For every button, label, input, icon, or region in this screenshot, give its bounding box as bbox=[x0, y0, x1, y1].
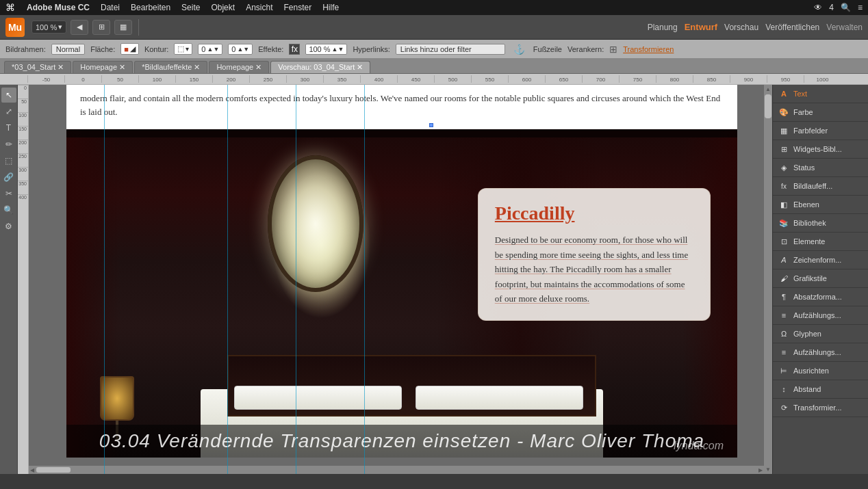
panel-label-absatz: Absatzforma... bbox=[793, 293, 842, 301]
tool-shape[interactable]: ⬚ bbox=[1, 153, 16, 168]
panel-item-zeichenform[interactable]: A Zeichenform... bbox=[773, 251, 868, 269]
selection-handle bbox=[429, 123, 433, 127]
scroll-thumb-h[interactable] bbox=[36, 467, 71, 473]
tool-settings[interactable]: ⚙ bbox=[1, 219, 16, 234]
tool-select[interactable]: ↖ bbox=[1, 88, 16, 103]
bildrahmen-select[interactable]: Normal bbox=[51, 44, 85, 55]
status-panel-icon: ◈ bbox=[778, 162, 789, 173]
panel-item-ausrichten[interactable]: ⊨ Ausrichten bbox=[773, 362, 868, 380]
panel-item-glyphen[interactable]: Ω Glyphen bbox=[773, 325, 868, 343]
bedroom-scene: Piccadilly Designed to be our economy ro… bbox=[66, 129, 737, 458]
tool-text[interactable]: T bbox=[1, 120, 16, 135]
tab-close-0[interactable]: ✕ bbox=[58, 63, 64, 71]
menubar: ⌘ Adobe Muse CC Datei Bearbeiten Seite O… bbox=[0, 0, 868, 15]
scroll-left-btn[interactable]: ◀ bbox=[30, 467, 34, 473]
grafikstile-panel-icon: 🖌 bbox=[778, 273, 789, 284]
hyperlinks-select[interactable]: Links hinzu oder filter bbox=[396, 44, 505, 55]
panel-item-aufzaehlung2[interactable]: ≡ Aufzählungs... bbox=[773, 343, 868, 362]
panel-label-aufzaehlung1: Aufzählungs... bbox=[793, 311, 841, 319]
menubar-bearbeiten[interactable]: Bearbeiten bbox=[126, 1, 175, 14]
panel-item-farbfelder[interactable]: ▦ Farbfelder bbox=[773, 122, 868, 140]
tab-close-1[interactable]: ✕ bbox=[119, 63, 125, 71]
apple-icon[interactable]: ⌘ bbox=[5, 2, 15, 13]
panel-item-ebenen[interactable]: ◧ Ebenen bbox=[773, 196, 868, 214]
menu-icon[interactable]: ≡ bbox=[858, 3, 863, 12]
toolbar-icon-btn1[interactable]: ⊞ bbox=[92, 20, 110, 35]
toolbar-icon-btn2[interactable]: ▦ bbox=[114, 20, 132, 35]
menubar-hilfe[interactable]: Hilfe bbox=[318, 1, 344, 14]
panel-item-widgets[interactable]: ⊞ Widgets-Bibl... bbox=[773, 140, 868, 159]
zoom-arrow[interactable]: ▾ bbox=[58, 23, 62, 31]
menubar-objekt[interactable]: Objekt bbox=[206, 1, 240, 14]
tab-0[interactable]: *03_04_Start ✕ bbox=[4, 61, 71, 73]
panel-item-absatz[interactable]: ¶ Absatzforma... bbox=[773, 288, 868, 306]
flaeche-input[interactable]: ■ ◢ bbox=[120, 43, 139, 55]
panel-item-abstand[interactable]: ↕ Abstand bbox=[773, 380, 868, 399]
ruler-mark-21: 1000 bbox=[804, 75, 841, 83]
kontur-input[interactable]: ⬚ ▾ bbox=[174, 43, 192, 55]
tool-link[interactable]: 🔗 bbox=[1, 170, 16, 185]
menubar-fenster[interactable]: Fenster bbox=[279, 1, 316, 14]
panel-item-grafikstile[interactable]: 🖌 Grafikstile bbox=[773, 269, 868, 288]
panel-item-bildlauf[interactable]: fx Bildlaufeff... bbox=[773, 177, 868, 196]
tool-zoom-canvas[interactable]: 🔍 bbox=[1, 202, 16, 217]
nav-vorschau[interactable]: Vorschau bbox=[724, 23, 758, 32]
scrollbar-horizontal[interactable]: ◀ ▶ bbox=[29, 466, 764, 474]
curtain-rod bbox=[66, 129, 737, 137]
fusszeile-label: Fußzeile bbox=[533, 45, 562, 53]
panel-item-bibliothek[interactable]: 📚 Bibliothek bbox=[773, 214, 868, 233]
nav-verwalten[interactable]: Verwalten bbox=[826, 23, 863, 32]
tab-4[interactable]: Vorschau: 03_04_Start ✕ bbox=[270, 61, 370, 73]
ruler-mark-4: 150 bbox=[175, 75, 212, 83]
page-canvas: modern flair, and contain all the modern… bbox=[66, 85, 737, 458]
nav-entwurf[interactable]: Entwurf bbox=[685, 22, 717, 32]
oval-window bbox=[268, 155, 363, 292]
panel-item-status[interactable]: ◈ Status bbox=[773, 159, 868, 177]
transformieren-link[interactable]: Transformieren bbox=[623, 45, 674, 53]
ruler-mark-10: 450 bbox=[397, 75, 434, 83]
tab-close-3[interactable]: ✕ bbox=[255, 63, 261, 71]
panel-label-widgets: Widgets-Bibl... bbox=[793, 145, 842, 153]
kontur-size-input[interactable]: 0 ▲▼ bbox=[228, 44, 253, 55]
screen-icon: 👁 bbox=[814, 3, 822, 12]
menubar-adobemuse[interactable]: Adobe Muse CC bbox=[22, 1, 94, 14]
scroll-thumb[interactable] bbox=[765, 94, 771, 118]
tool-crop[interactable]: ✂ bbox=[1, 186, 16, 201]
tab-2[interactable]: *Bildlaufeffekte ✕ bbox=[134, 61, 207, 73]
nav-planung[interactable]: Planung bbox=[648, 23, 678, 32]
left-ruler-mark-1: 50 bbox=[18, 98, 28, 112]
room-card-title: Piccadilly bbox=[495, 202, 693, 224]
panel-item-transformier[interactable]: ⟳ Transformier... bbox=[773, 399, 868, 417]
ruler-mark-13: 600 bbox=[508, 75, 545, 83]
toolbar-sep1 bbox=[138, 19, 139, 36]
scroll-up-btn[interactable]: ▲ bbox=[765, 86, 771, 92]
tool-move[interactable]: ⤢ bbox=[1, 104, 16, 119]
scroll-right-btn[interactable]: ▶ bbox=[758, 467, 763, 473]
tab-1[interactable]: Homepage ✕ bbox=[73, 61, 133, 73]
toolbar-back-btn[interactable]: ◀ bbox=[71, 20, 88, 35]
scrollbar-vertical[interactable]: ▲ ▼ bbox=[764, 85, 772, 474]
kontur-value-input[interactable]: 0 ▲▼ bbox=[198, 44, 222, 55]
canvas-area[interactable]: modern flair, and contain all the modern… bbox=[29, 85, 772, 474]
menubar-seite[interactable]: Seite bbox=[177, 1, 205, 14]
panel-item-text[interactable]: A Text bbox=[773, 85, 868, 103]
aufzaehlung2-panel-icon: ≡ bbox=[778, 347, 789, 358]
panel-item-aufzaehlung1[interactable]: ≡ Aufzählungs... bbox=[773, 306, 868, 325]
tabs-row: *03_04_Start ✕ Homepage ✕ *Bildlaufeffek… bbox=[0, 59, 868, 74]
zoom-control[interactable]: 100 % ▾ bbox=[31, 21, 66, 34]
nav-veroeffentlichen[interactable]: Veröffentlichen bbox=[765, 23, 819, 32]
scroll-down-btn[interactable]: ▼ bbox=[765, 466, 771, 473]
anchor-icon: ⚓ bbox=[513, 44, 525, 55]
panel-item-elemente[interactable]: ⊡ Elemente bbox=[773, 233, 868, 251]
tab-close-2[interactable]: ✕ bbox=[194, 63, 200, 71]
ruler-mark-6: 250 bbox=[249, 75, 286, 83]
effekte-value-input[interactable]: 100 % ▲▼ bbox=[305, 44, 347, 55]
search-icon[interactable]: 🔍 bbox=[841, 3, 851, 12]
tab-close-4[interactable]: ✕ bbox=[357, 63, 363, 71]
menubar-datei[interactable]: Datei bbox=[96, 1, 125, 14]
tab-3[interactable]: Homepage ✕ bbox=[209, 61, 269, 73]
panel-item-farbe[interactable]: 🎨 Farbe bbox=[773, 103, 868, 122]
bildrahmen-label: Bildrahmen: bbox=[5, 45, 46, 53]
tool-pen[interactable]: ✏ bbox=[1, 137, 16, 152]
menubar-ansicht[interactable]: Ansicht bbox=[241, 1, 277, 14]
